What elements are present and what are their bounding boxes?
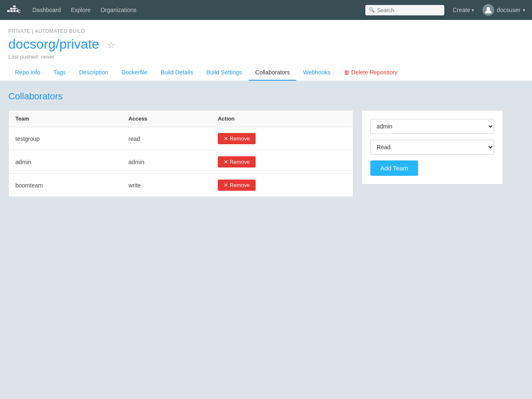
tab-delete-repository[interactable]: 🗑 Delete Repository — [337, 65, 404, 81]
main-content: Collaborators Team Access Action testgro… — [0, 81, 532, 399]
user-area[interactable]: docsuser ▾ — [483, 4, 525, 16]
nav-organizations[interactable]: Organizations — [96, 5, 140, 15]
tab-collaborators[interactable]: Collaborators — [249, 65, 296, 81]
svg-point-8 — [487, 7, 490, 10]
table-row: boomteam write ✕ Remove — [9, 174, 353, 197]
create-button[interactable]: Create ▾ — [449, 5, 478, 15]
repo-name-link[interactable]: private — [59, 37, 99, 52]
collaborators-table: Team Access Action testgroup read ✕ Remo… — [9, 111, 353, 197]
svg-rect-4 — [10, 7, 13, 9]
svg-rect-2 — [13, 10, 16, 12]
star-icon[interactable]: ☆ — [107, 40, 116, 50]
add-team-button[interactable]: Add Team — [370, 160, 418, 176]
tab-webhooks[interactable]: Webhooks — [296, 65, 337, 81]
col-access: Access — [122, 111, 211, 127]
content-row: Team Access Action testgroup read ✕ Remo… — [8, 110, 524, 197]
navbar: Dashboard Explore Organizations 🔍 Create… — [0, 0, 532, 20]
svg-rect-3 — [16, 10, 19, 12]
tab-repo-info[interactable]: Repo Info — [8, 65, 47, 81]
repo-org-link[interactable]: docsorg — [8, 37, 56, 52]
svg-rect-6 — [13, 5, 16, 7]
team-access: write — [122, 174, 211, 197]
user-caret: ▾ — [523, 7, 525, 13]
repo-label: PRIVATE | AUTOMATED BUILD — [8, 28, 524, 34]
access-select[interactable]: Read Write Admin — [370, 140, 494, 155]
svg-rect-0 — [7, 10, 10, 12]
svg-point-7 — [18, 12, 20, 13]
team-name: boomteam — [9, 174, 122, 197]
team-access: read — [122, 127, 211, 150]
col-action: Action — [211, 111, 353, 127]
nav-links: Dashboard Explore Organizations — [28, 5, 140, 15]
page-header: PRIVATE | AUTOMATED BUILD docsorg/privat… — [0, 20, 532, 81]
team-action: ✕ Remove — [211, 150, 353, 174]
side-panel: admin testgroup boomteam Read Write Admi… — [362, 110, 503, 185]
team-select[interactable]: admin testgroup boomteam — [370, 119, 494, 134]
table-row: testgroup read ✕ Remove — [9, 127, 353, 150]
search-icon: 🔍 — [369, 7, 375, 13]
col-team: Team — [9, 111, 122, 127]
last-pushed: Last pushed: never — [8, 54, 524, 60]
team-name: testgroup — [9, 127, 122, 150]
tabs: Repo Info Tags Description Dockerfile Bu… — [8, 65, 524, 81]
team-access: admin — [122, 150, 211, 174]
username: docsuser — [497, 7, 520, 13]
table-header-row: Team Access Action — [9, 111, 353, 127]
navbar-right: 🔍 Create ▾ docsuser ▾ — [365, 4, 525, 16]
tab-tags[interactable]: Tags — [47, 65, 73, 81]
tab-description[interactable]: Description — [72, 65, 115, 81]
logo[interactable] — [7, 2, 22, 18]
avatar — [483, 4, 494, 16]
tab-build-settings[interactable]: Build Settings — [200, 65, 249, 81]
tab-dockerfile[interactable]: Dockerfile — [115, 65, 154, 81]
remove-admin-button[interactable]: ✕ Remove — [218, 156, 256, 167]
team-action: ✕ Remove — [211, 127, 353, 150]
remove-boomteam-button[interactable]: ✕ Remove — [218, 180, 256, 191]
collaborators-table-wrapper: Team Access Action testgroup read ✕ Remo… — [8, 110, 353, 197]
nav-explore[interactable]: Explore — [67, 5, 95, 15]
remove-testgroup-button[interactable]: ✕ Remove — [218, 133, 256, 144]
svg-rect-5 — [13, 7, 16, 9]
team-action: ✕ Remove — [211, 174, 353, 197]
search-input[interactable] — [365, 5, 444, 15]
repo-slash: / — [56, 37, 59, 52]
tab-build-details[interactable]: Build Details — [154, 65, 200, 81]
nav-dashboard[interactable]: Dashboard — [28, 5, 65, 15]
section-title: Collaborators — [8, 91, 524, 102]
team-name: admin — [9, 150, 122, 174]
create-caret: ▾ — [472, 7, 474, 13]
search-wrapper: 🔍 — [365, 5, 444, 15]
table-row: admin admin ✕ Remove — [9, 150, 353, 174]
repo-title: docsorg/private ☆ — [8, 37, 524, 52]
svg-rect-1 — [10, 10, 13, 12]
create-label: Create — [453, 7, 470, 13]
